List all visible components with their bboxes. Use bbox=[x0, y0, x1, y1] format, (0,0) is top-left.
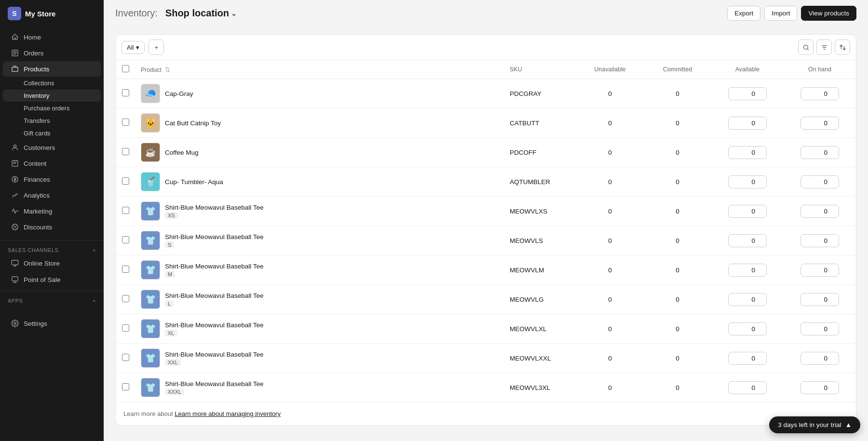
row-checkbox[interactable] bbox=[122, 177, 129, 185]
row-checkbox[interactable] bbox=[122, 119, 129, 126]
settings-icon bbox=[11, 319, 19, 328]
available-cell bbox=[711, 226, 784, 255]
sidebar-item-orders[interactable]: Orders bbox=[3, 45, 101, 61]
available-input[interactable] bbox=[728, 352, 767, 365]
all-filter-button[interactable]: All ▾ bbox=[122, 41, 145, 54]
sidebar-item-marketing[interactable]: Marketing bbox=[3, 203, 101, 219]
table-row: 👕 Shirt-Blue Meowavul Baseball Tee M MEO… bbox=[116, 255, 856, 285]
row-checkbox[interactable] bbox=[122, 324, 129, 332]
product-column-header[interactable]: Product ⇅ bbox=[135, 60, 504, 79]
product-cell: 👕 Shirt-Blue Meowavul Baseball Tee S bbox=[135, 226, 504, 255]
available-input[interactable] bbox=[728, 205, 767, 218]
pos-icon bbox=[11, 275, 19, 284]
unavailable-value: 0 bbox=[608, 178, 612, 186]
sidebar-item-settings[interactable]: Settings bbox=[3, 316, 101, 331]
on-hand-input[interactable] bbox=[800, 234, 839, 247]
search-button[interactable] bbox=[798, 40, 814, 55]
sku-cell: MEOWVLXXL bbox=[504, 344, 576, 373]
product-cell: ☕ Coffee Mug bbox=[135, 138, 504, 167]
sidebar-item-finances[interactable]: Finances bbox=[3, 172, 101, 187]
sidebar-logo[interactable]: S My Store bbox=[0, 0, 104, 27]
sidebar-item-online-store[interactable]: Online Store bbox=[3, 255, 101, 271]
on-hand-input[interactable] bbox=[800, 264, 839, 277]
trial-banner[interactable]: 3 days left in your trial ▲ bbox=[769, 416, 860, 433]
sidebar-item-content[interactable]: Content bbox=[3, 156, 101, 171]
available-input[interactable] bbox=[728, 381, 767, 394]
row-checkbox[interactable] bbox=[122, 89, 129, 96]
product-thumbnail: 👕 bbox=[141, 319, 160, 338]
available-input[interactable] bbox=[728, 175, 767, 188]
table-row: 👕 Shirt-Blue Meowavul Baseball Tee S MEO… bbox=[116, 226, 856, 255]
apps-header: Apps + bbox=[0, 294, 104, 306]
location-selector-button[interactable]: Shop location ⌄ bbox=[163, 7, 240, 20]
sku-cell: MEOWVLXL bbox=[504, 314, 576, 344]
on-hand-input[interactable] bbox=[800, 293, 839, 306]
sidebar-home-label: Home bbox=[24, 34, 41, 41]
sidebar-item-purchase-orders[interactable]: Purchase orders bbox=[3, 102, 101, 114]
row-checkbox-cell bbox=[116, 108, 135, 138]
row-checkbox[interactable] bbox=[122, 207, 129, 214]
location-name: Shop location bbox=[165, 8, 229, 19]
on-hand-cell bbox=[784, 373, 856, 402]
committed-value: 0 bbox=[676, 325, 679, 333]
sku-column-header: SKU bbox=[504, 60, 576, 79]
sidebar-item-transfers[interactable]: Transfers bbox=[3, 115, 101, 127]
product-variant: XS bbox=[165, 212, 178, 219]
on-hand-input[interactable] bbox=[800, 87, 839, 100]
available-input[interactable] bbox=[728, 264, 767, 277]
on-hand-input[interactable] bbox=[800, 117, 839, 130]
sku-cell: AQTUMBLER bbox=[504, 167, 576, 197]
row-checkbox[interactable] bbox=[122, 236, 129, 243]
available-input[interactable] bbox=[728, 146, 767, 159]
sidebar-item-home[interactable]: Home bbox=[3, 29, 101, 45]
select-all-checkbox[interactable] bbox=[122, 65, 129, 72]
on-hand-input[interactable] bbox=[800, 381, 839, 394]
sidebar-item-discounts[interactable]: Discounts bbox=[3, 219, 101, 235]
row-checkbox[interactable] bbox=[122, 266, 129, 273]
sort-button[interactable] bbox=[835, 40, 850, 55]
sidebar-item-products[interactable]: Products bbox=[3, 61, 101, 77]
managing-inventory-link[interactable]: Learn more about managing inventory bbox=[175, 410, 281, 417]
sku-value: MEOWVLG bbox=[510, 296, 544, 303]
product-variant: XXL bbox=[165, 359, 181, 366]
available-input[interactable] bbox=[728, 117, 767, 130]
available-cell bbox=[711, 79, 784, 108]
sidebar-item-customers[interactable]: Customers bbox=[3, 140, 101, 155]
sales-channels-toggle-icon[interactable]: + bbox=[93, 247, 96, 253]
sidebar-item-pos[interactable]: Point of Sale bbox=[3, 272, 101, 287]
sidebar-divider-1 bbox=[0, 240, 104, 241]
product-thumbnail: 🐱 bbox=[141, 113, 160, 133]
sidebar-item-gift-cards[interactable]: Gift cards bbox=[3, 127, 101, 139]
available-input[interactable] bbox=[728, 293, 767, 306]
on-hand-input[interactable] bbox=[800, 205, 839, 218]
export-button[interactable]: Export bbox=[727, 6, 760, 21]
committed-value: 0 bbox=[676, 208, 679, 215]
row-checkbox[interactable] bbox=[122, 295, 129, 302]
filter-options-button[interactable] bbox=[816, 40, 832, 55]
committed-value: 0 bbox=[676, 120, 679, 127]
available-cell bbox=[711, 197, 784, 226]
online-store-icon bbox=[11, 259, 19, 267]
on-hand-input[interactable] bbox=[800, 146, 839, 159]
on-hand-input[interactable] bbox=[800, 322, 839, 335]
row-checkbox[interactable] bbox=[122, 148, 129, 155]
sidebar-item-analytics[interactable]: Analytics bbox=[3, 187, 101, 203]
add-filter-button[interactable]: + bbox=[149, 40, 164, 55]
table-row: 🐱 Cat Butt Catnip Toy CATBUTT 0 0 bbox=[116, 108, 856, 138]
available-input[interactable] bbox=[728, 234, 767, 247]
unavailable-value: 0 bbox=[608, 237, 612, 244]
apps-toggle-icon[interactable]: + bbox=[93, 298, 96, 304]
row-checkbox[interactable] bbox=[122, 383, 129, 390]
table-row: 👕 Shirt-Blue Meowavul Baseball Tee L MEO… bbox=[116, 285, 856, 314]
unavailable-cell: 0 bbox=[576, 344, 644, 373]
on-hand-input[interactable] bbox=[800, 352, 839, 365]
available-input[interactable] bbox=[728, 87, 767, 100]
view-products-button[interactable]: View products bbox=[801, 6, 856, 21]
available-input[interactable] bbox=[728, 322, 767, 335]
import-button[interactable]: Import bbox=[764, 6, 797, 21]
row-checkbox[interactable] bbox=[122, 354, 129, 361]
on-hand-input[interactable] bbox=[800, 175, 839, 188]
sidebar-item-inventory[interactable]: Inventory bbox=[3, 90, 101, 102]
sidebar-item-collections[interactable]: Collections bbox=[3, 77, 101, 89]
sku-cell: MEOWVLG bbox=[504, 285, 576, 314]
